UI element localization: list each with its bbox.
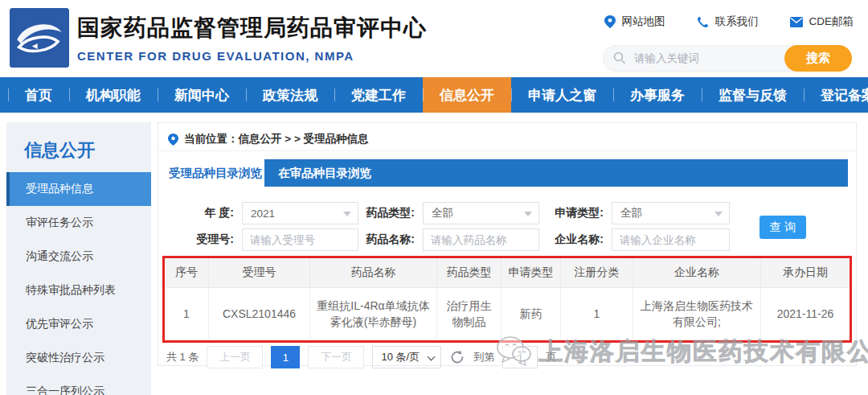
filter-year: 年 度: 2021 xyxy=(174,202,358,224)
drug-name-label: 药品名称: xyxy=(350,232,415,247)
drug-type-select[interactable]: 全部 xyxy=(423,202,539,224)
table-body: 1 CXSL2101446 重组抗IL-4Rα单域抗体雾化液(毕赤酵母) 治疗用… xyxy=(165,288,850,339)
nav-item-label: 党建工作 xyxy=(351,86,406,105)
cell-date: 2021-11-26 xyxy=(761,288,850,339)
sidebar-item-label: 突破性治疗公示 xyxy=(26,351,104,365)
nav-item[interactable]: 登记备案平台 xyxy=(804,77,868,113)
filter-drug-type: 药品类型: 全部 xyxy=(350,202,539,224)
sitemap-link[interactable]: 网站地图 xyxy=(604,14,665,29)
accept-no-label: 受理号: xyxy=(174,232,234,247)
page-size-select[interactable]: 10 条/页 xyxy=(372,346,441,368)
cell-accept-no: CXSL2101446 xyxy=(209,288,310,339)
nav-item[interactable]: 新闻中心 xyxy=(158,77,246,113)
sidebar-item[interactable]: 优先审评公示 xyxy=(6,307,151,341)
table-header-cell: 承办日期 xyxy=(761,258,850,287)
apply-type-label: 申请类型: xyxy=(534,206,604,220)
location-pin-icon xyxy=(604,15,616,28)
cell-drug-name: 重组抗IL-4Rα单域抗体雾化液(毕赤酵母) xyxy=(310,288,437,339)
page-number-button[interactable]: 1 xyxy=(271,346,300,368)
prev-page-button[interactable]: 上一页 xyxy=(207,346,263,368)
sidebar-item[interactable]: 沟通交流公示 xyxy=(6,240,151,274)
nav-item[interactable]: 监督与反馈 xyxy=(702,77,804,113)
table-header-cell: 药品名称 xyxy=(310,258,437,287)
breadcrumb-pin-icon xyxy=(168,134,178,146)
nav-item[interactable]: 党建工作 xyxy=(334,77,423,113)
nav-item[interactable]: 政策法规 xyxy=(246,77,334,113)
sidebar-item[interactable]: 审评任务公示 xyxy=(6,206,151,240)
nav-item[interactable]: 机构职能 xyxy=(69,77,158,113)
filter-company: 企业名称: xyxy=(534,228,730,251)
site-header: 国家药品监督管理局药品审评中心 CENTER FOR DRUG EVALUATI… xyxy=(0,0,868,77)
table-row[interactable]: 1 CXSL2101446 重组抗IL-4Rα单域抗体雾化液(毕赤酵母) 治疗用… xyxy=(165,288,850,339)
sidebar-item[interactable]: 三合一序列公示 xyxy=(6,375,151,395)
nav-item[interactable]: 首页 xyxy=(8,77,69,113)
mailbox-link[interactable]: CDE邮箱 xyxy=(790,14,854,29)
query-button[interactable]: 查 询 xyxy=(760,216,806,239)
sidebar: 信息公开 受理品种信息审评任务公示沟通交流公示特殊审批品种列表优先审评公示突破性… xyxy=(6,122,151,395)
main-nav: 首页机构职能新闻中心政策法规党建工作信息公开申请人之窗办事服务监督与反馈登记备案… xyxy=(0,77,868,113)
sidebar-item[interactable]: 受理品种信息 xyxy=(6,172,151,206)
year-label: 年 度: xyxy=(174,206,234,220)
content-panel: 当前位置：信息公开 > > 受理品种信息 受理品种目录浏览 在审品种目录浏览 年… xyxy=(158,122,857,366)
goto-page-input[interactable] xyxy=(502,346,538,368)
cell-reg-class: 1 xyxy=(561,288,633,339)
nav-item[interactable]: 申请人之窗 xyxy=(511,77,613,113)
sidebar-item-label: 三合一序列公示 xyxy=(26,385,104,395)
nav-item-label: 监督与反馈 xyxy=(719,86,787,105)
sidebar-item-label: 特殊审批品种列表 xyxy=(26,283,116,298)
refresh-icon[interactable] xyxy=(449,349,465,365)
breadcrumb: 当前位置：信息公开 > > 受理品种信息 xyxy=(168,128,369,150)
sidebar-item[interactable]: 特殊审批品种列表 xyxy=(6,274,151,307)
highlighted-results-table: 序号受理号药品名称药品类型申请类型注册分类企业名称承办日期 1 CXSL2101… xyxy=(162,256,852,343)
nav-item-label: 办事服务 xyxy=(630,86,685,105)
sidebar-item[interactable]: 突破性治疗公示 xyxy=(6,341,151,375)
table-header-cell: 受理号 xyxy=(209,258,310,287)
mailbox-label: CDE邮箱 xyxy=(809,14,854,29)
drug-name-input[interactable] xyxy=(423,228,539,251)
cell-drug-type: 治疗用生物制品 xyxy=(437,288,502,339)
goto-suffix: 页 xyxy=(546,350,556,364)
nav-item[interactable]: 办事服务 xyxy=(613,77,702,113)
nav-item-label: 首页 xyxy=(25,86,52,105)
table-header-cell: 企业名称 xyxy=(633,258,761,287)
drug-type-label: 药品类型: xyxy=(350,206,415,220)
nav-item[interactable]: 信息公开 xyxy=(423,77,511,113)
sidebar-item-label: 受理品种信息 xyxy=(26,182,93,196)
sidebar-item-label: 优先审评公示 xyxy=(26,317,93,331)
top-links: 网站地图 联系我们 CDE邮箱 xyxy=(604,14,854,29)
page-size-value: 10 条/页 xyxy=(381,350,420,364)
pagination: 共 1 条 上一页 1 下一页 10 条/页 到第 页 xyxy=(166,346,556,368)
phone-icon xyxy=(697,16,709,28)
caret-down-icon xyxy=(714,212,723,216)
next-page-button[interactable]: 下一页 xyxy=(308,346,364,368)
caret-down-icon xyxy=(524,212,532,216)
table-header-cell: 药品类型 xyxy=(437,258,502,287)
brand-block: 国家药品监督管理局药品审评中心 CENTER FOR DRUG EVALUATI… xyxy=(77,13,427,63)
nav-item-label: 机构职能 xyxy=(86,86,141,105)
year-select[interactable]: 2021 xyxy=(242,202,358,224)
search-button[interactable]: 搜索 xyxy=(784,45,852,72)
breadcrumb-text: 当前位置：信息公开 > > 受理品种信息 xyxy=(184,132,369,146)
contact-link[interactable]: 联系我们 xyxy=(697,14,758,29)
sidebar-list: 受理品种信息审评任务公示沟通交流公示特殊审批品种列表优先审评公示突破性治疗公示三… xyxy=(6,172,151,395)
tab-accepted-catalog[interactable]: 受理品种目录浏览 xyxy=(166,159,264,187)
tab-under-review-catalog[interactable]: 在审品种目录浏览 xyxy=(264,159,385,187)
company-label: 企业名称: xyxy=(534,232,604,247)
sitemap-label: 网站地图 xyxy=(621,14,665,29)
company-input[interactable] xyxy=(612,228,730,251)
sidebar-title: 信息公开 xyxy=(6,122,151,172)
cell-seq: 1 xyxy=(165,288,209,339)
goto-prefix: 到第 xyxy=(473,350,494,364)
filter-accept-no: 受理号: xyxy=(174,228,358,251)
cde-logo xyxy=(10,8,69,68)
apply-type-select[interactable]: 全部 xyxy=(612,202,730,224)
cell-company: 上海洛启生物医药技术有限公司; xyxy=(633,288,761,339)
cell-apply-type: 新药 xyxy=(502,288,561,339)
sidebar-item-label: 审评任务公示 xyxy=(26,216,93,230)
nav-item-label: 登记备案平台 xyxy=(821,86,868,105)
site-subtitle: CENTER FOR DRUG EVALUATION, NMPA xyxy=(77,49,427,63)
nav-item-label: 政策法规 xyxy=(263,86,317,105)
envelope-icon xyxy=(790,17,803,27)
total-count: 共 1 条 xyxy=(166,350,199,364)
accept-no-input[interactable] xyxy=(242,228,358,251)
